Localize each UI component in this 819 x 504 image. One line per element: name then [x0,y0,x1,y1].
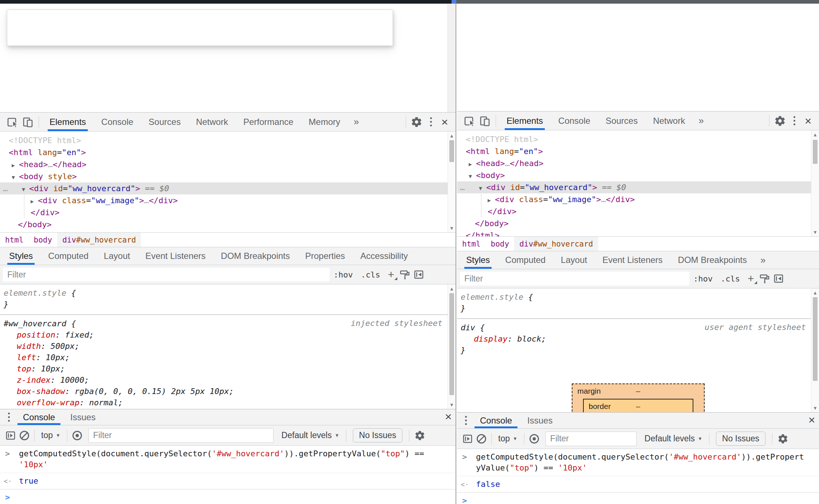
css-property-value[interactable]: : 500px; [41,342,79,351]
tab-dom-breakpoints[interactable]: DOM Breakpoints [213,247,298,265]
tab-properties[interactable]: Properties [298,247,353,265]
css-property-value[interactable]: : rgba(0, 0, 0, 0.15) 2px 5px 10px; [65,387,234,396]
style-selector[interactable]: element.style { [461,291,819,303]
log-levels-dropdown[interactable]: Default levels▼ [281,430,339,440]
settings-gear-icon[interactable] [772,113,788,129]
log-levels-dropdown[interactable]: Default levels▼ [645,434,702,444]
dom-tree-row[interactable]: <html lang="en"> [457,145,819,157]
scrollbar-thumb[interactable] [449,293,454,395]
tab-sources[interactable]: Sources [598,111,645,130]
dom-tree-row[interactable]: ▶<div class="ww_image">…</div> [457,193,819,205]
dom-tree-row[interactable]: ▼<body style> [0,170,456,182]
tab-elements[interactable]: Elements [42,113,94,131]
new-style-rule-button[interactable]: + [388,268,394,281]
dom-tree-row[interactable]: …▼<div id="ww_hovercard"> == $0 [457,181,819,193]
breadcrumb-item[interactable]: html [0,233,29,247]
console-settings-gear-icon[interactable] [775,431,791,447]
tab-dom-breakpoints[interactable]: DOM Breakpoints [670,251,755,269]
scrollbar-thumb[interactable] [813,297,818,381]
tab-computed[interactable]: Computed [40,247,96,265]
expand-arrow-icon[interactable]: ▶ [12,160,19,172]
toggle-class-button[interactable]: .cls [361,270,380,279]
css-property[interactable]: width: 500px; [4,340,456,352]
toggle-hover-state-button[interactable]: :hov [334,270,353,279]
more-tabs-button[interactable]: » [348,116,365,127]
scrollbar-thumb[interactable] [449,140,454,162]
console-sidebar-icon[interactable] [461,431,475,447]
scroll-up-arrow[interactable]: ▲ [811,132,819,137]
margin-top-value[interactable]: – [572,387,704,395]
expand-arrow-icon[interactable]: ▼ [479,182,486,194]
expand-arrow-icon[interactable]: ▼ [469,170,476,182]
new-style-rule-button[interactable]: + [748,272,754,285]
scroll-down-arrow[interactable]: ▼ [811,229,819,235]
dom-scrollbar[interactable]: ▲ ▼ [811,130,819,236]
drawer-kebab-menu-icon[interactable] [459,416,472,425]
clear-console-icon[interactable] [475,431,488,447]
tab-console[interactable]: Console [15,409,63,425]
tab-event-listeners[interactable]: Event Listeners [595,251,670,269]
box-model-border[interactable]: border – padding – [583,399,693,412]
dom-tree-row[interactable]: …▼<div id="ww_hovercard"> == $0 [0,182,456,194]
breadcrumb-item[interactable]: body [29,233,58,247]
dom-tree-row[interactable]: </html> [457,229,819,236]
expand-arrow-icon[interactable]: ▶ [31,196,38,208]
css-property-value[interactable]: : fixed; [55,330,94,339]
tab-event-listeners[interactable]: Event Listeners [138,247,213,265]
no-issues-button[interactable]: No Issues [716,432,765,446]
drawer-kebab-menu-icon[interactable] [2,413,15,422]
context-selector[interactable]: top▼ [41,430,60,440]
tab-memory[interactable]: Memory [301,113,348,131]
tab-styles[interactable]: Styles [458,251,497,269]
css-property[interactable]: top: 10px; [4,363,456,374]
paint-roller-icon[interactable] [398,267,412,283]
toggle-hover-state-button[interactable]: :hov [693,274,713,283]
css-property-name[interactable]: width [17,342,41,351]
css-property-value[interactable]: : 10000; [51,375,89,385]
console-sidebar-icon[interactable] [4,428,17,444]
page-scrollbar[interactable] [448,4,456,112]
css-property-name[interactable]: display [474,334,508,343]
dom-tree-row[interactable]: </div> [457,205,819,217]
more-tabs-button[interactable]: » [755,255,771,266]
close-devtools-button[interactable]: × [437,115,452,129]
styles-filter-input[interactable]: Filter [3,268,330,281]
dock-sidebar-icon[interactable] [772,271,785,287]
css-property-name[interactable]: overflow-wrap [17,398,79,407]
css-property[interactable]: box-shadow: rgba(0, 0, 0, 0.15) 2px 5px … [4,386,456,397]
styles-scrollbar[interactable]: ▲ ▼ [811,288,819,412]
console-prompt[interactable]: > [0,489,456,495]
tab-issues[interactable]: Issues [63,409,103,425]
scroll-down-arrow[interactable]: ▼ [448,402,456,407]
dom-tree-row[interactable]: </body> [0,218,456,231]
css-property[interactable]: display: block; [461,333,819,344]
css-property-name[interactable]: box-shadow [17,387,65,396]
css-property[interactable]: overflow-wrap: normal; [4,397,456,408]
dom-scrollbar[interactable]: ▲ ▼ [448,131,456,232]
expand-arrow-icon[interactable]: ▶ [488,194,495,206]
tab-issues[interactable]: Issues [520,413,560,428]
device-toolbar-icon[interactable] [477,113,493,129]
tab-console[interactable]: Console [94,113,141,131]
expand-arrow-icon[interactable]: ▼ [22,184,29,196]
tab-layout[interactable]: Layout [96,247,138,265]
tab-sources[interactable]: Sources [141,113,188,131]
expand-arrow-icon[interactable]: ▼ [12,172,19,184]
dom-tree-row[interactable]: ▶<head>…</head> [0,158,456,170]
no-issues-button[interactable]: No Issues [353,428,402,442]
context-selector[interactable]: top▼ [498,434,517,444]
scroll-down-arrow[interactable]: ▼ [448,225,456,231]
inspect-element-icon[interactable] [462,113,477,129]
css-property-name[interactable]: position [17,330,55,339]
css-property-name[interactable]: z-index [17,375,51,385]
breadcrumb-item[interactable]: html [457,237,486,251]
device-toolbar-icon[interactable] [20,114,36,130]
dom-tree-row[interactable]: <!DOCTYPE html> [0,134,456,146]
console-command-row[interactable]: >getComputedStyle(document.querySelector… [457,449,819,476]
css-property-value[interactable]: : 10px; [36,353,70,362]
dom-tree-row[interactable]: ▼<body> [457,169,819,181]
close-devtools-button[interactable]: × [801,114,815,128]
live-expression-eye-icon[interactable] [70,428,84,444]
css-property-name[interactable]: top [17,364,31,373]
console-filter-input[interactable]: Filter [88,428,273,443]
